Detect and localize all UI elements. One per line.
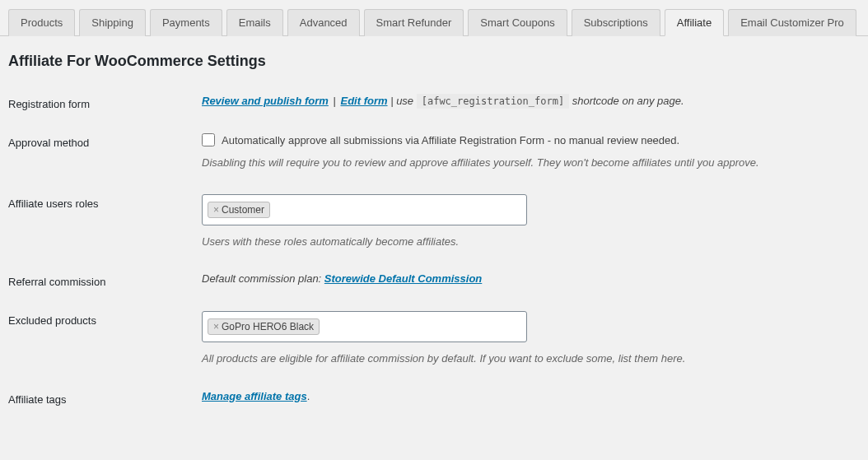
text-shortcode-tail: shortcode on any page. — [569, 95, 684, 107]
field-registration-form: Review and publish form | Edit form | us… — [202, 95, 860, 107]
tab-emails[interactable]: Emails — [226, 9, 283, 36]
text-use: | use — [388, 95, 417, 107]
page-heading: Affiliate For WooCommerce Settings — [8, 53, 860, 70]
label-referral-commission: Referral commission — [8, 272, 202, 288]
select-excluded-products[interactable]: ×GoPro HERO6 Black — [202, 311, 527, 342]
shortcode-text: [afwc_registration_form] — [417, 94, 569, 109]
tag-gopro[interactable]: ×GoPro HERO6 Black — [208, 318, 320, 335]
select-affiliate-roles[interactable]: ×Customer — [202, 194, 527, 225]
row-affiliate-roles: Affiliate users roles ×Customer Users wi… — [8, 194, 860, 250]
tab-smart-refunder[interactable]: Smart Refunder — [364, 9, 464, 36]
tag-customer[interactable]: ×Customer — [208, 202, 270, 218]
row-approval-method: Approval method Automatically approve al… — [8, 133, 860, 171]
field-approval-method: Automatically approve all submissions vi… — [202, 133, 860, 171]
label-affiliate-tags: Affiliate tags — [8, 390, 202, 406]
link-edit-form[interactable]: Edit form — [340, 95, 387, 107]
link-manage-affiliate-tags[interactable]: Manage affiliate tags — [202, 390, 307, 402]
checkbox-auto-approve[interactable] — [202, 133, 215, 146]
link-review-publish-form[interactable]: Review and publish form — [202, 95, 329, 107]
helper-excluded-products: All products are eligible for affiliate … — [202, 351, 860, 367]
label-approval-method: Approval method — [8, 133, 202, 149]
helper-approval-method: Disabling this will require you to revie… — [202, 155, 860, 171]
close-icon[interactable]: × — [213, 205, 219, 215]
label-excluded-products: Excluded products — [8, 311, 202, 327]
separator: | — [329, 95, 341, 107]
checkbox-label-auto-approve: Automatically approve all submissions vi… — [222, 134, 679, 146]
close-icon[interactable]: × — [213, 322, 219, 332]
tab-affiliate[interactable]: Affiliate — [665, 9, 724, 36]
settings-tabs: Products Shipping Payments Emails Advanc… — [0, 0, 868, 36]
field-affiliate-roles: ×Customer Users with these roles automat… — [202, 194, 860, 250]
settings-page: Affiliate For WooCommerce Settings Regis… — [0, 36, 868, 437]
label-registration-form: Registration form — [8, 95, 202, 110]
tag-label: Customer — [222, 204, 264, 216]
tab-shipping[interactable]: Shipping — [79, 9, 146, 36]
row-affiliate-tags: Affiliate tags Manage affiliate tags. — [8, 390, 860, 406]
row-excluded-products: Excluded products ×GoPro HERO6 Black All… — [8, 311, 860, 367]
tab-email-customizer-pro[interactable]: Email Customizer Pro — [728, 9, 856, 36]
tag-label: GoPro HERO6 Black — [222, 321, 314, 332]
label-affiliate-roles: Affiliate users roles — [8, 194, 202, 210]
tab-products[interactable]: Products — [8, 9, 75, 36]
text-default-plan: Default commission plan: — [202, 272, 324, 285]
tab-advanced[interactable]: Advanced — [287, 9, 360, 36]
tab-smart-coupons[interactable]: Smart Coupons — [468, 9, 567, 36]
field-affiliate-tags: Manage affiliate tags. — [202, 390, 860, 402]
tab-payments[interactable]: Payments — [150, 9, 222, 36]
row-registration-form: Registration form Review and publish for… — [8, 95, 860, 110]
row-referral-commission: Referral commission Default commission p… — [8, 272, 860, 288]
field-excluded-products: ×GoPro HERO6 Black All products are elig… — [202, 311, 860, 367]
helper-affiliate-roles: Users with these roles automatically bec… — [202, 234, 860, 250]
tab-subscriptions[interactable]: Subscriptions — [572, 9, 660, 36]
period: . — [307, 390, 310, 402]
link-storewide-commission[interactable]: Storewide Default Commission — [324, 272, 482, 285]
field-referral-commission: Default commission plan: Storewide Defau… — [202, 272, 860, 285]
